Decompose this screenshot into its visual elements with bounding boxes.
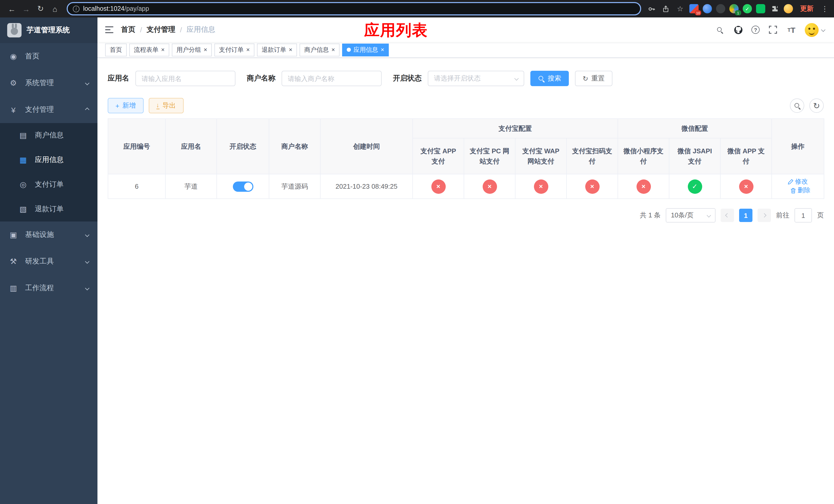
status-wechat-jsapi-icon: ✓ — [687, 179, 702, 193]
sidebar-item-app-info[interactable]: ▦ 应用信息 — [0, 148, 97, 172]
extension-icon[interactable] — [756, 4, 765, 13]
tab-process-form[interactable]: 流程表单 × — [129, 43, 169, 56]
dashboard-icon: ◉ — [8, 52, 19, 61]
search-button[interactable]: 搜索 — [530, 71, 569, 86]
add-button[interactable]: + 新增 — [108, 98, 144, 113]
refresh-icon: ↻ — [583, 75, 588, 82]
export-button[interactable]: ↓ 导出 — [149, 98, 183, 113]
cell-created: 2021-10-23 08:49:25 — [320, 174, 413, 199]
refresh-table-button[interactable]: ↻ — [809, 98, 824, 113]
extension-icon[interactable]: 1 — [729, 4, 739, 13]
extension-icon[interactable] — [743, 4, 752, 13]
reset-button[interactable]: ↻ 重置 — [575, 71, 612, 86]
chevron-down-icon — [821, 28, 826, 32]
sidebar-item-refund-orders[interactable]: ▧ 退款订单 — [0, 197, 97, 222]
user-menu[interactable] — [805, 23, 825, 37]
page-content: 应用名 商户名称 开启状态 请选择开启状态 搜索 — [97, 71, 834, 223]
extension-icon[interactable] — [703, 4, 712, 13]
tab-pay-orders[interactable]: 支付订单 × — [214, 43, 255, 56]
column-header-status: 开启状态 — [217, 119, 269, 174]
search-icon[interactable] — [715, 25, 725, 35]
tab-refund-orders[interactable]: 退款订单 × — [257, 43, 297, 56]
sidebar-item-workflow[interactable]: ▥ 工作流程 — [0, 275, 97, 301]
github-icon[interactable] — [733, 25, 743, 35]
app-logo-row: 芋道管理系统 — [0, 18, 97, 43]
page-info-icon[interactable]: i — [73, 5, 80, 12]
goto-page-input[interactable] — [794, 208, 812, 223]
status-select[interactable]: 请选择开启状态 — [428, 71, 524, 86]
app-name-input[interactable] — [135, 71, 236, 86]
column-header-app-id: 应用编号 — [108, 119, 166, 174]
active-tab-dot — [347, 48, 351, 52]
font-size-icon[interactable]: TT — [786, 25, 796, 35]
app-logo — [7, 23, 22, 38]
sidebar-item-merchant-info[interactable]: ▤ 商户信息 — [0, 123, 97, 148]
toggle-search-button[interactable] — [790, 98, 804, 113]
tab-user-group[interactable]: 用户分组 × — [172, 43, 212, 56]
next-page-button[interactable] — [758, 209, 771, 222]
sidebar-item-system[interactable]: ⚙ 系统管理 — [0, 70, 97, 96]
current-page-button[interactable]: 1 — [739, 209, 752, 222]
close-icon[interactable]: × — [161, 47, 164, 53]
bookmark-star-icon[interactable]: ☆ — [675, 4, 685, 14]
home-icon[interactable]: ⌂ — [48, 2, 62, 15]
prev-page-button[interactable] — [721, 209, 734, 222]
help-icon[interactable]: ? — [751, 26, 760, 34]
status-alipay-wap-icon: × — [534, 179, 548, 193]
extensions-puzzle-icon[interactable] — [769, 4, 780, 14]
tab-home[interactable]: 首页 — [105, 43, 127, 56]
extension-icon[interactable]: 10 — [689, 4, 699, 13]
pagination-total: 共 1 条 — [640, 211, 661, 220]
column-header-wechat-jsapi: 微信 JSAPI 支付 — [669, 138, 720, 174]
close-icon[interactable]: × — [246, 47, 250, 53]
sidebar-item-devtools[interactable]: ⚒ 研发工具 — [0, 248, 97, 275]
breadcrumb-payment[interactable]: 支付管理 — [147, 25, 175, 35]
breadcrumb-current: 应用信息 — [187, 25, 215, 35]
share-icon[interactable] — [661, 4, 671, 14]
close-icon[interactable]: × — [380, 47, 384, 53]
address-bar[interactable]: i localhost:1024/pay/app — [67, 2, 641, 15]
page-size-select[interactable]: 10条/页 — [666, 208, 716, 223]
extension-icon[interactable] — [716, 4, 725, 13]
sidebar-item-infra[interactable]: ▣ 基础设施 — [0, 222, 97, 248]
tab-app-info[interactable]: 应用信息 × — [342, 43, 389, 56]
tags-view: 首页 流程表单 × 用户分组 × 支付订单 × 退款订单 × — [97, 42, 834, 58]
cell-app-id: 6 — [108, 174, 166, 199]
chevron-down-icon — [85, 259, 89, 264]
back-icon[interactable]: ← — [5, 2, 19, 15]
search-icon — [794, 102, 800, 109]
password-key-icon[interactable] — [646, 4, 657, 14]
sidebar-item-home[interactable]: ◉ 首页 — [0, 43, 97, 70]
navbar-actions: ? TT — [715, 23, 834, 37]
workflow-icon: ▥ — [8, 283, 19, 293]
close-icon[interactable]: × — [331, 47, 335, 53]
browser-menu-icon[interactable]: ⋮ — [821, 5, 829, 13]
breadcrumb-home[interactable]: 首页 — [121, 25, 135, 35]
forward-icon[interactable]: → — [20, 2, 33, 15]
cell-status — [217, 174, 269, 199]
sidebar-item-payment[interactable]: ¥ 支付管理 — [0, 96, 97, 123]
browser-update-button[interactable]: 更新 — [797, 3, 816, 14]
payment-submenu: ▤ 商户信息 ▦ 应用信息 ◎ 支付订单 ▧ 退款订单 — [0, 123, 97, 222]
status-alipay-app-icon: × — [431, 179, 445, 193]
column-header-created: 创建时间 — [320, 119, 413, 174]
enabled-toggle[interactable] — [233, 181, 253, 191]
column-header-ops: 操作 — [772, 119, 824, 174]
edit-link[interactable]: 修改 — [788, 178, 808, 186]
close-icon[interactable]: × — [204, 47, 207, 53]
tab-merchant-info[interactable]: 商户信息 × — [300, 43, 339, 56]
reload-icon[interactable]: ↻ — [34, 2, 47, 15]
profile-avatar-icon[interactable] — [784, 4, 793, 13]
merchant-name-input[interactable] — [282, 71, 381, 86]
sidebar-item-pay-orders[interactable]: ◎ 支付订单 — [0, 172, 97, 197]
fullscreen-icon[interactable] — [768, 25, 778, 35]
close-icon[interactable]: × — [289, 47, 292, 53]
user-avatar[interactable] — [805, 23, 819, 37]
browser-window: ← → ↻ ⌂ i localhost:1024/pay/app ☆ 10 1 — [0, 0, 834, 504]
cell-ops: 修改 删除 — [772, 174, 824, 199]
cell-merchant: 芋道源码 — [269, 174, 320, 199]
chevron-up-icon — [85, 108, 89, 112]
refund-doc-icon: ▧ — [18, 205, 29, 214]
delete-link[interactable]: 删除 — [790, 186, 810, 195]
sidebar-toggle-icon[interactable] — [97, 18, 121, 42]
